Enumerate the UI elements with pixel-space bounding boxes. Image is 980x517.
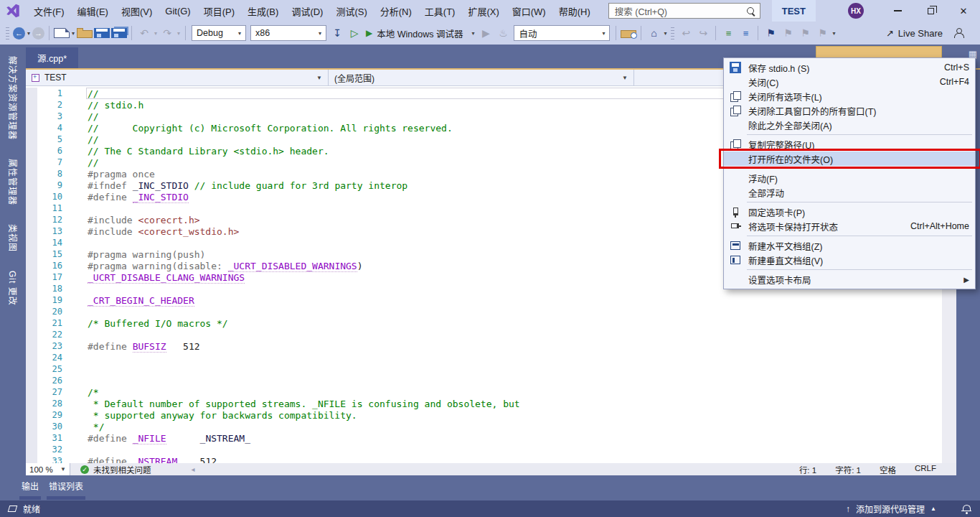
save-icon[interactable]: [94, 28, 110, 38]
redo-icon[interactable]: ↷: [159, 25, 175, 41]
navigate-back-icon[interactable]: ←: [13, 27, 25, 39]
breakpoint-margin[interactable]: [26, 168, 37, 180]
menu-item[interactable]: 分析(N): [374, 0, 418, 22]
breakpoint-margin[interactable]: [26, 375, 37, 386]
breakpoint-margin[interactable]: [26, 157, 37, 168]
dropdown-caret-icon[interactable]: ▾: [154, 30, 157, 37]
dropdown-caret-icon[interactable]: ▾: [832, 30, 835, 37]
continue-icon[interactable]: ▶: [478, 25, 494, 41]
dropdown-caret-icon[interactable]: ▾: [664, 30, 666, 37]
breakpoint-margin[interactable]: [26, 352, 37, 363]
whitespace-indicator[interactable]: 空格: [880, 464, 896, 475]
forward-code-icon[interactable]: ↪: [695, 25, 711, 41]
menu-item[interactable]: 帮助(H): [552, 0, 597, 22]
menu-item[interactable]: 扩展(X): [461, 0, 505, 22]
file-tab[interactable]: 源.cpp*: [26, 47, 78, 68]
breakpoint-margin[interactable]: [26, 214, 37, 225]
breakpoint-margin[interactable]: [26, 237, 37, 248]
breakpoint-margin[interactable]: [26, 283, 37, 294]
menu-item[interactable]: 测试(S): [329, 0, 373, 22]
hot-reload-icon[interactable]: ♨: [495, 25, 511, 41]
breakpoint-margin[interactable]: [26, 99, 37, 111]
find-in-files-icon[interactable]: [621, 30, 636, 38]
start-without-debugging-icon[interactable]: ▷: [347, 25, 362, 41]
line-indicator[interactable]: 行: 1: [799, 464, 816, 475]
breakpoint-margin[interactable]: [26, 294, 37, 306]
panel-tab[interactable]: 错误列表: [49, 480, 83, 500]
menu-item[interactable]: 视图(V): [115, 0, 159, 22]
eol-indicator[interactable]: CRLF: [915, 464, 936, 475]
undo-icon[interactable]: ↶: [136, 25, 152, 41]
breakpoint-margin[interactable]: [26, 444, 37, 455]
prev-bookmark-icon[interactable]: ⚑: [780, 25, 796, 41]
new-file-icon[interactable]: [54, 28, 70, 38]
breakpoint-margin[interactable]: [26, 191, 37, 202]
side-tab[interactable]: Git 更改: [7, 264, 19, 313]
side-tab[interactable]: 类视图: [7, 217, 19, 259]
menu-item[interactable]: 编辑(E): [71, 0, 115, 22]
breakpoint-margin[interactable]: [26, 432, 37, 444]
context-menu-item[interactable]: 关闭所有选项卡(L): [724, 89, 975, 103]
background-tasks-icon[interactable]: [8, 506, 18, 512]
context-menu-item[interactable]: 新建垂直文档组(V): [724, 253, 975, 267]
menu-item[interactable]: 文件(F): [27, 0, 71, 22]
add-to-source-control-button[interactable]: 添加到源代码管理: [856, 503, 925, 515]
breakpoint-margin[interactable]: [26, 260, 37, 271]
breakpoint-margin[interactable]: [26, 122, 37, 134]
column-indicator[interactable]: 字符: 1: [835, 464, 861, 475]
context-menu-item[interactable]: 将选项卡保持打开状态Ctrl+Alt+Home: [724, 219, 975, 233]
context-menu-item[interactable]: 打开所在的文件夹(O): [724, 152, 975, 166]
start-debugging-button[interactable]: ▶本地 Windows 调试器▾: [366, 27, 474, 40]
context-menu-item[interactable]: 新建水平文档组(Z): [724, 238, 975, 253]
context-menu-item[interactable]: 全部浮动: [724, 185, 975, 200]
dropdown-caret-icon[interactable]: ▾: [72, 30, 75, 37]
solution-explorer-icon[interactable]: ⌂: [646, 25, 661, 41]
configuration-select[interactable]: Debug▾: [192, 25, 246, 41]
restore-button[interactable]: [914, 0, 947, 22]
backward-code-icon[interactable]: ↩: [678, 25, 694, 41]
minimize-button[interactable]: [881, 0, 914, 22]
breakpoint-margin[interactable]: [26, 455, 37, 463]
notifications-bell-icon[interactable]: [962, 504, 971, 514]
breakpoint-margin[interactable]: [26, 202, 37, 214]
context-menu-item[interactable]: 复制完整路径(U): [724, 137, 975, 152]
project-badge[interactable]: TEST: [772, 0, 816, 22]
zoom-select[interactable]: 100 % ▼: [26, 463, 70, 475]
decrease-indent-icon[interactable]: ≡: [720, 25, 736, 41]
side-tab[interactable]: 解决方案资源管理器: [7, 49, 19, 147]
live-share-button[interactable]: ↗ Live Share: [886, 28, 943, 39]
context-menu-item[interactable]: 固定选项卡(P): [724, 205, 975, 219]
breakpoint-margin[interactable]: [26, 340, 37, 352]
project-dropdown[interactable]: TEST ▼: [26, 70, 329, 85]
breakpoint-margin[interactable]: [26, 386, 37, 398]
context-menu-item[interactable]: 关闭(C)Ctrl+F4: [724, 75, 975, 89]
dropdown-caret-icon[interactable]: ▾: [27, 30, 30, 37]
breakpoint-margin[interactable]: [26, 180, 37, 191]
dropdown-caret-icon[interactable]: ▾: [177, 30, 180, 37]
invite-user-icon[interactable]: [951, 25, 966, 41]
menu-item[interactable]: 项目(P): [197, 0, 241, 22]
breakpoint-margin[interactable]: [26, 145, 37, 157]
breakpoint-margin[interactable]: [26, 421, 37, 432]
breakpoint-margin[interactable]: [26, 398, 37, 409]
hscroll-left-arrow-icon[interactable]: ◂: [192, 465, 195, 473]
user-avatar[interactable]: HX: [848, 3, 864, 19]
toolbar-grip-handle[interactable]: [6, 27, 9, 39]
menu-item[interactable]: 工具(T): [418, 0, 462, 22]
breakpoint-margin[interactable]: [26, 306, 37, 317]
breakpoint-margin[interactable]: [26, 111, 37, 122]
context-menu-item[interactable]: 保存 stdio.h (S)Ctrl+S: [724, 60, 975, 75]
breakpoint-margin[interactable]: [26, 409, 37, 421]
debug-target-select[interactable]: 自动▾: [514, 25, 610, 41]
document-health[interactable]: ✓ 未找到相关问题: [80, 464, 151, 475]
menu-item[interactable]: 调试(D): [285, 0, 329, 22]
build-icon[interactable]: ↧: [329, 25, 345, 41]
save-all-icon[interactable]: [111, 28, 127, 38]
context-menu-item[interactable]: 设置选项卡布局▶: [724, 272, 975, 287]
menu-item[interactable]: 生成(B): [241, 0, 285, 22]
context-menu-item[interactable]: 浮动(F): [724, 171, 975, 185]
breakpoint-margin[interactable]: [26, 329, 37, 340]
increase-indent-icon[interactable]: ≡: [738, 25, 753, 41]
toggle-bookmark-icon[interactable]: ⚑: [763, 25, 778, 41]
breakpoint-margin[interactable]: [26, 317, 37, 329]
